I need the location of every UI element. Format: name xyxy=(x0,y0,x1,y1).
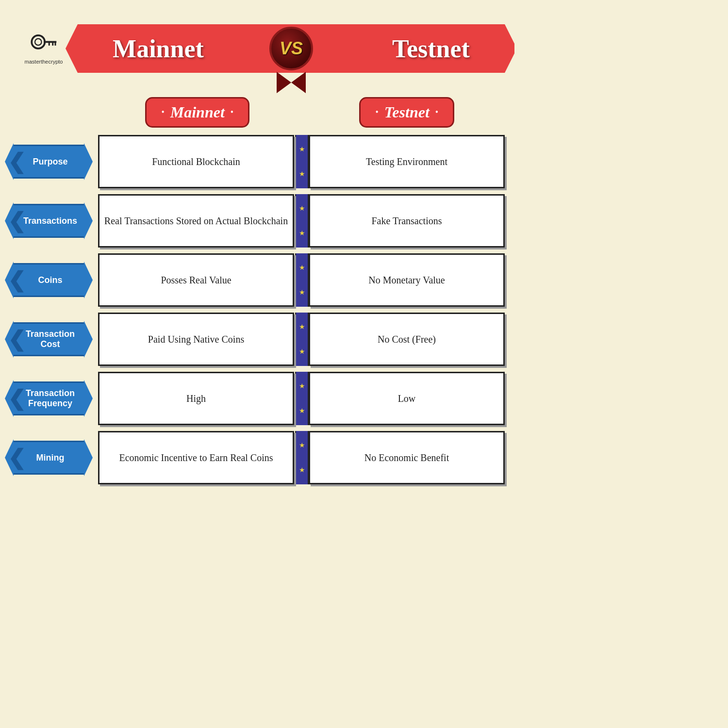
star-icon: ★ xyxy=(299,229,305,237)
comparison-grid: ❮PurposeFunctional Blockchain★★Testing E… xyxy=(10,135,505,484)
testnet-cell: No Economic Benefit xyxy=(309,431,505,484)
mainnet-badge-label: Mainnet xyxy=(170,103,225,121)
category-label: ❮Transaction Frequency xyxy=(10,372,87,425)
category-label: ❮Coins xyxy=(10,253,87,307)
col-headers: Mainnet Testnet xyxy=(99,97,505,128)
testnet-cell: Fake Transactions xyxy=(309,194,505,248)
cells-wrapper: High★★Low xyxy=(98,372,505,425)
category-label: ❮Transaction Cost xyxy=(10,313,87,366)
svg-marker-6 xyxy=(277,72,291,93)
left-bracket-icon: ❮ xyxy=(8,445,26,470)
cells-wrapper: Economic Incentive to Earn Real Coins★★N… xyxy=(98,431,505,484)
comparison-row: ❮Transaction CostPaid Using Native Coins… xyxy=(10,313,505,366)
mainnet-cell: Posses Real Value xyxy=(98,253,294,307)
category-label: ❮Mining xyxy=(10,431,87,484)
star-icon: ★ xyxy=(299,466,305,474)
left-bracket-icon: ❮ xyxy=(8,386,26,411)
mainnet-badge: Mainnet xyxy=(145,97,249,128)
comparison-row: ❮TransactionsReal Transactions Stored on… xyxy=(10,194,505,248)
header: masterthecrypto Mainnet Testnet VS xyxy=(10,10,505,87)
comparison-row: ❮MiningEconomic Incentive to Earn Real C… xyxy=(10,431,505,484)
testnet-badge-label: Testnet xyxy=(384,103,430,121)
cells-wrapper: Functional Blockchain★★Testing Environme… xyxy=(98,135,505,188)
vs-circle: VS xyxy=(269,27,313,70)
testnet-cell: Testing Environment xyxy=(309,135,505,188)
svg-point-1 xyxy=(35,39,42,46)
star-icon: ★ xyxy=(299,407,305,415)
star-icon: ★ xyxy=(299,170,305,178)
comparison-row: ❮CoinsPosses Real Value★★No Monetary Val… xyxy=(10,253,505,307)
left-bracket-icon: ❮ xyxy=(8,327,26,352)
cells-wrapper: Posses Real Value★★No Monetary Value xyxy=(98,253,505,307)
center-divider: ★★ xyxy=(295,431,309,484)
category-label: ❮Transactions xyxy=(10,194,87,248)
star-icon: ★ xyxy=(299,288,305,297)
logo-icon xyxy=(29,33,58,57)
center-divider: ★★ xyxy=(295,253,309,307)
logo-text: masterthecrypto xyxy=(25,59,63,65)
center-divider: ★★ xyxy=(295,135,309,188)
star-icon: ★ xyxy=(299,382,305,390)
testnet-cell: No Cost (Free) xyxy=(309,313,505,366)
star-icon: ★ xyxy=(299,204,305,213)
star-icon: ★ xyxy=(299,441,305,449)
comparison-row: ❮PurposeFunctional Blockchain★★Testing E… xyxy=(10,135,505,188)
banner-container: Mainnet Testnet VS xyxy=(78,15,505,83)
left-bracket-icon: ❮ xyxy=(8,208,26,233)
mainnet-cell: Economic Incentive to Earn Real Coins xyxy=(98,431,294,484)
svg-point-0 xyxy=(32,35,45,49)
mainnet-cell: Functional Blockchain xyxy=(98,135,294,188)
center-divider: ★★ xyxy=(295,372,309,425)
cells-wrapper: Paid Using Native Coins★★No Cost (Free) xyxy=(98,313,505,366)
ribbon-mainnet-label: Mainnet xyxy=(113,34,204,63)
vs-label: VS xyxy=(280,38,303,59)
mainnet-cell: Real Transactions Stored on Actual Block… xyxy=(98,194,294,248)
cells-wrapper: Real Transactions Stored on Actual Block… xyxy=(98,194,505,248)
center-divider: ★★ xyxy=(295,313,309,366)
testnet-badge: Testnet xyxy=(359,97,454,128)
testnet-cell: Low xyxy=(309,372,505,425)
testnet-badge-area: Testnet xyxy=(309,97,505,128)
star-icon: ★ xyxy=(299,145,305,153)
star-icon: ★ xyxy=(299,347,305,356)
center-divider: ★★ xyxy=(295,194,309,248)
category-label: ❮Purpose xyxy=(10,135,87,188)
mainnet-cell: High xyxy=(98,372,294,425)
svg-marker-7 xyxy=(291,72,306,93)
mainnet-badge-area: Mainnet xyxy=(99,97,296,128)
left-bracket-icon: ❮ xyxy=(8,267,26,293)
comparison-row: ❮Transaction FrequencyHigh★★Low xyxy=(10,372,505,425)
star-icon: ★ xyxy=(299,264,305,272)
page: masterthecrypto Mainnet Testnet VS xyxy=(0,0,514,514)
ribbon-testnet-label: Testnet xyxy=(392,34,470,63)
left-bracket-icon: ❮ xyxy=(8,149,26,174)
star-icon: ★ xyxy=(299,323,305,331)
mainnet-cell: Paid Using Native Coins xyxy=(98,313,294,366)
bowtie xyxy=(277,72,306,93)
testnet-cell: No Monetary Value xyxy=(309,253,505,307)
